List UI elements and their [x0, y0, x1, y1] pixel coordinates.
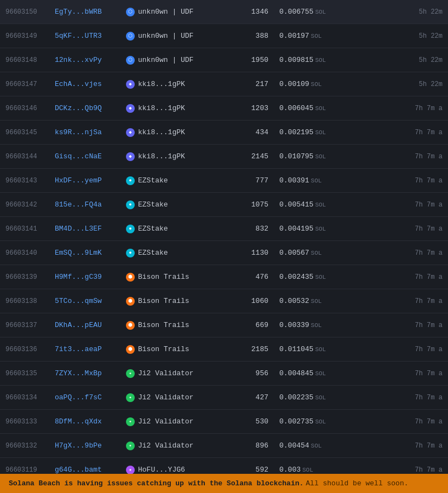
tx-hash[interactable]: H9Mf...gC39: [55, 273, 126, 281]
block-number: 96603144: [5, 153, 55, 160]
validator-icon: ⬢: [126, 273, 135, 282]
tx-link: Gisq...cNaE: [55, 152, 102, 160]
table-row: 96603138 5TCo...qmSw ⬢ Bison Trails 1060…: [0, 289, 448, 313]
block-number: 96603146: [5, 105, 55, 112]
validator-name: Ji2 Validator: [138, 417, 193, 426]
validator-name: Bison Trails: [138, 345, 189, 353]
tx-hash[interactable]: DCKz...Qb9Q: [55, 104, 126, 112]
tx-hash[interactable]: 815e...FQ4a: [55, 200, 126, 209]
validator-name: unkn0wn | UDF: [138, 8, 193, 16]
validator-cell: ● EZStake: [126, 249, 236, 257]
tx-hash[interactable]: 5qKF...UTR3: [55, 32, 126, 40]
tx-hash[interactable]: EmSQ...9LmK: [55, 249, 126, 257]
tx-hash[interactable]: 12nk...xvPy: [55, 56, 126, 64]
validator-cell: ⬡ unkn0wn | UDF: [126, 56, 236, 65]
age: 7h 7m a: [367, 105, 443, 112]
tx-hash[interactable]: oaPQ...f7sC: [55, 393, 126, 402]
tx-link: DCKz...Qb9Q: [55, 104, 102, 112]
validator-icon: ◆: [126, 80, 135, 89]
tx-link: oaPQ...f7sC: [55, 393, 102, 402]
fee-amount: 0.005415SOL: [279, 200, 367, 209]
validator-cell: ✦ Ji2 Validator: [126, 417, 236, 426]
validator-name: kki8...1gPK: [138, 80, 185, 88]
block-number: 96603119: [5, 466, 55, 474]
sol-label: SOL: [315, 226, 326, 232]
tx-hash[interactable]: 7it3...aeaP: [55, 345, 126, 353]
fee-amount: 0.002195SOL: [279, 128, 367, 136]
validator-icon: ⬢: [126, 297, 135, 306]
validator-icon: ●: [126, 176, 135, 185]
tx-hash[interactable]: 8DfM...qXdx: [55, 417, 126, 426]
fee-amount: 0.002235SOL: [279, 393, 367, 402]
validator-name: Bison Trails: [138, 273, 189, 281]
validator-name: Ji2 Validator: [138, 369, 193, 377]
validator-icon: ●: [126, 200, 135, 209]
sol-label: SOL: [315, 274, 326, 280]
validator-icon: ⬡: [126, 32, 135, 41]
table-row: 96603149 5qKF...UTR3 ⬡ unkn0wn | UDF 388…: [0, 24, 448, 48]
validator-name: unkn0wn | UDF: [138, 32, 193, 40]
transactions-table: 96603150 EgTy...bWRB ⬡ unkn0wn | UDF 134…: [0, 0, 448, 482]
block-number: 96603149: [5, 32, 55, 40]
block-number: 96603139: [5, 273, 55, 281]
tx-hash[interactable]: EgTy...bWRB: [55, 8, 126, 16]
tx-hash[interactable]: H7gX...9bPe: [55, 442, 126, 450]
instruction-count: 832: [236, 225, 279, 233]
table-row: 96603136 7it3...aeaP ⬢ Bison Trails 2185…: [0, 337, 448, 362]
validator-cell: ⬢ Bison Trails: [126, 297, 236, 306]
tx-hash[interactable]: EchA...vjes: [55, 80, 126, 88]
table-row: 96603135 7ZYX...MxBp ✦ Ji2 Validator 956…: [0, 362, 448, 386]
tx-hash[interactable]: ks9R...njSa: [55, 128, 126, 136]
validator-name: Bison Trails: [138, 321, 189, 329]
sol-label: SOL: [315, 105, 326, 112]
block-number: 96603136: [5, 346, 55, 353]
age: 5h 22m: [367, 32, 443, 40]
tx-hash[interactable]: BM4D...L3EF: [55, 225, 126, 233]
block-number: 96603141: [5, 225, 55, 233]
validator-cell: ◆ kki8...1gPK: [126, 152, 236, 161]
age: 7h 7m a: [367, 249, 443, 257]
validator-icon: ◆: [126, 128, 135, 137]
validator-cell: ★ HoFU...YJG6: [126, 466, 236, 474]
fee-amount: 0.00197SOL: [279, 32, 367, 40]
sol-label: SOL: [315, 370, 326, 377]
fee-amount: 0.006045SOL: [279, 104, 367, 112]
validator-cell: ● EZStake: [126, 225, 236, 233]
tx-hash[interactable]: DKhA...pEAU: [55, 321, 126, 329]
alert-main-text: Solana Beach is having issues catching u…: [9, 479, 303, 482]
validator-icon: ✦: [126, 417, 135, 426]
tx-link: 5TCo...qmSw: [55, 297, 102, 305]
instruction-count: 434: [236, 128, 279, 136]
age: 7h 7m a: [367, 129, 443, 136]
validator-icon: ◆: [126, 152, 135, 161]
tx-hash[interactable]: HxDF...yemP: [55, 176, 126, 185]
sol-label: SOL: [315, 419, 326, 425]
validator-name: kki8...1gPK: [138, 152, 185, 160]
sol-label: SOL: [315, 129, 326, 136]
sol-label: SOL: [311, 322, 322, 329]
table-row: 96603144 Gisq...cNaE ◆ kki8...1gPK 2145 …: [0, 145, 448, 169]
sol-label: SOL: [311, 443, 322, 449]
instruction-count: 777: [236, 176, 279, 185]
tx-hash[interactable]: Gisq...cNaE: [55, 152, 126, 160]
validator-name: HoFU...YJG6: [138, 466, 185, 474]
sol-label: SOL: [302, 467, 313, 473]
block-number: 96603135: [5, 370, 55, 377]
tx-hash[interactable]: g64G...bamt: [55, 466, 126, 474]
validator-cell: ◆ kki8...1gPK: [126, 80, 236, 89]
age: 7h 7m a: [367, 201, 443, 209]
validator-icon: ⬡: [126, 56, 135, 65]
validator-icon: ✦: [126, 369, 135, 378]
tx-hash[interactable]: 5TCo...qmSw: [55, 297, 126, 305]
instruction-count: 530: [236, 417, 279, 426]
validator-name: kki8...1gPK: [138, 128, 185, 136]
age: 5h 22m: [367, 81, 443, 88]
sol-label: SOL: [315, 57, 326, 64]
table-row: 96603133 8DfM...qXdx ✦ Ji2 Validator 530…: [0, 410, 448, 434]
validator-icon: ✦: [126, 393, 135, 402]
tx-hash[interactable]: 7ZYX...MxBp: [55, 369, 126, 377]
instruction-count: 1075: [236, 200, 279, 209]
age: 7h 7m a: [367, 153, 443, 160]
instruction-count: 592: [236, 466, 279, 474]
validator-icon: ★: [126, 466, 135, 474]
